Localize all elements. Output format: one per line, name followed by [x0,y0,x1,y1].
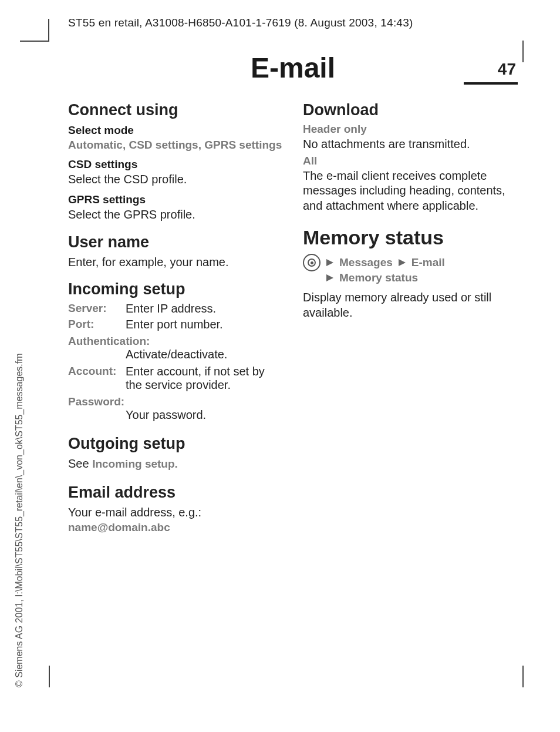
heading-download: Download [303,101,518,119]
crop-mark [20,41,49,42]
value-password: Your password. [126,408,283,422]
heading-memory-status: Memory status [303,226,518,249]
heading-email-address: Email address [68,483,283,502]
all-body: The e-mail client receives complete mess… [303,169,518,214]
value-account: Enter account, if not set by the service… [126,365,283,392]
joystick-dot-icon [311,261,313,264]
outgoing-setup-body: See Incoming setup. [68,456,283,472]
csd-settings-body: Select the CSD profile. [68,172,283,187]
nav-path-row2: Memory status [325,271,518,284]
row-authentication: Authentication: Activate/deactivate. [68,335,283,361]
label-port: Port: [68,318,126,331]
row-account: Account: Enter account, if not set by th… [68,365,283,392]
nav-messages: Messages [339,256,393,269]
joystick-icon-inner [308,258,316,267]
label-select-mode: Select mode [68,124,283,137]
label-password: Password: [68,395,283,408]
gprs-settings-body: Select the GPRS profile. [68,207,283,223]
heading-user-name: User name [68,233,283,251]
label-server: Server: [68,302,126,315]
value-server: Enter IP address. [126,302,216,315]
left-column: Connect using Select mode Automatic, CSD… [68,95,283,709]
nav-email: E-mail [411,256,445,269]
page-number-underline [464,82,518,85]
document-side-path: © Siemens AG 2001, I:\Mobil\ST55\ST55_re… [14,353,25,687]
row-password: Password: Your password. [68,395,283,422]
page-title-wrap: E-mail [68,52,518,84]
right-column: Download Header only No attachments are … [303,95,518,709]
arrow-right-icon [326,259,333,266]
document-header: ST55 en retail, A31008-H6850-A101-1-7619… [68,16,413,29]
content-columns: Connect using Select mode Automatic, CSD… [68,95,518,709]
user-name-body: Enter, for example, your name. [68,255,283,270]
label-gprs-settings: GPRS settings [68,193,283,206]
page-title: E-mail [251,52,335,84]
email-address-body: Your e-mail address, e.g.: [68,505,283,521]
value-port: Enter port number. [126,318,223,331]
arrow-right-icon [399,259,406,266]
memory-status-body: Display memory already used or still ava… [303,290,518,320]
row-port: Port: Enter port number. [68,318,283,331]
label-authentication: Authentication: [68,335,283,348]
crop-mark [522,666,524,687]
joystick-icon [303,254,321,271]
select-mode-options: Automatic, CSD settings, GPRS settings [68,138,283,152]
label-all: All [303,155,518,167]
nav-path-row1: Messages E-mail [303,254,518,271]
crop-mark [49,666,50,687]
heading-incoming-setup: Incoming setup [68,280,283,298]
nav-memory-status: Memory status [339,271,418,284]
email-address-example: name@domain.abc [68,521,283,534]
page-number: 47 [498,60,516,79]
header-only-body: No attachments are transmitted. [303,137,518,152]
heading-outgoing-setup: Outgoing setup [68,435,283,453]
crop-mark [522,41,524,62]
label-csd-settings: CSD settings [68,158,283,171]
heading-connect-using: Connect using [68,101,283,119]
outgoing-prefix: See [68,457,92,470]
label-header-only: Header only [303,123,518,136]
outgoing-link: Incoming setup. [92,458,178,470]
label-account: Account: [68,365,126,378]
arrow-right-icon [326,274,333,281]
value-authentication: Activate/deactivate. [126,348,283,361]
row-server: Server: Enter IP address. [68,302,283,315]
